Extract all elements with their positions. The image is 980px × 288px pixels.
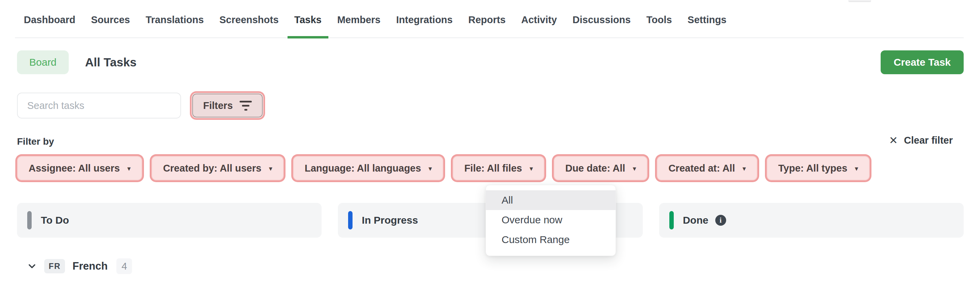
due-date-dropdown-menu: All Overdue now Custom Range	[485, 185, 616, 256]
filters-button-label: Filters	[203, 100, 233, 111]
status-color-bar	[669, 211, 674, 229]
language-group-row[interactable]: FR French 4	[27, 258, 132, 274]
chevron-down-icon: ▾	[743, 164, 746, 173]
chevron-down-icon: ▾	[855, 164, 858, 173]
menu-item-all[interactable]: All	[486, 190, 616, 210]
chip-label: Due date: All	[565, 163, 625, 174]
chevron-down-icon: ▾	[127, 164, 130, 173]
nav-item-activity[interactable]: Activity	[514, 2, 564, 38]
nav-item-screenshots[interactable]: Screenshots	[213, 2, 285, 38]
column-title: Done	[683, 215, 708, 226]
create-task-button[interactable]: Create Task	[881, 50, 964, 74]
chip-label: Created at: All	[668, 163, 735, 174]
chip-label: File: All files	[464, 163, 522, 174]
filter-chips-row: Assignee: All users ▾ Created by: All us…	[17, 156, 870, 180]
filter-chip-created-at[interactable]: Created at: All ▾	[657, 156, 757, 180]
menu-item-custom-range[interactable]: Custom Range	[486, 230, 616, 250]
language-name: French	[73, 260, 108, 272]
tasks-page: Dashboard Sources Translations Screensho…	[0, 0, 980, 288]
chevron-down-icon: ▾	[428, 164, 432, 173]
close-icon: ✕	[889, 135, 898, 146]
chevron-down-icon[interactable]	[27, 261, 37, 271]
filters-button[interactable]: Filters	[192, 94, 263, 118]
chip-label: Created by: All users	[163, 163, 261, 174]
chip-label: Language: All languages	[305, 163, 421, 174]
nav-item-tasks[interactable]: Tasks	[288, 2, 328, 38]
search-input[interactable]	[17, 92, 181, 118]
column-header-done: Done i	[659, 203, 964, 238]
menu-item-overdue-now[interactable]: Overdue now	[486, 210, 616, 230]
chevron-down-icon: ▾	[633, 164, 636, 173]
status-color-bar	[348, 211, 353, 229]
nav-item-discussions[interactable]: Discussions	[566, 2, 638, 38]
nav-item-members[interactable]: Members	[331, 2, 387, 38]
clear-filter-button[interactable]: ✕ Clear filter	[889, 135, 953, 146]
filter-chip-type[interactable]: Type: All types ▾	[767, 156, 870, 180]
filter-chip-file[interactable]: File: All files ▾	[453, 156, 544, 180]
search-row: Filters	[17, 92, 263, 118]
task-count-badge: 4	[116, 258, 132, 274]
column-title: To Do	[41, 215, 69, 226]
nav-item-tools[interactable]: Tools	[640, 2, 679, 38]
filter-chip-language[interactable]: Language: All languages ▾	[293, 156, 443, 180]
board-view-toggle[interactable]: Board	[17, 50, 69, 74]
language-code-badge: FR	[44, 259, 65, 274]
nav-item-integrations[interactable]: Integrations	[389, 2, 460, 38]
chip-label: Assignee: All users	[29, 163, 120, 174]
filter-chip-due-date[interactable]: Due date: All ▾	[554, 156, 648, 180]
nav-item-settings[interactable]: Settings	[681, 2, 733, 38]
nav-item-dashboard[interactable]: Dashboard	[17, 2, 82, 38]
filter-chip-created-by[interactable]: Created by: All users ▾	[151, 156, 284, 180]
filter-by-label: Filter by	[17, 136, 54, 147]
page-title: All Tasks	[85, 56, 137, 69]
clear-filter-label: Clear filter	[904, 135, 953, 146]
column-header-todo: To Do	[17, 203, 321, 238]
toolbar: Board All Tasks Create Task	[17, 50, 964, 74]
filter-lines-icon	[240, 101, 252, 111]
info-icon[interactable]: i	[715, 215, 726, 226]
chevron-down-icon: ▾	[530, 164, 533, 173]
nav-item-reports[interactable]: Reports	[461, 2, 512, 38]
column-title: In Progress	[362, 215, 418, 226]
filter-chip-assignee[interactable]: Assignee: All users ▾	[17, 156, 142, 180]
chip-label: Type: All types	[778, 163, 847, 174]
chevron-down-icon: ▾	[269, 164, 272, 173]
top-nav: Dashboard Sources Translations Screensho…	[15, 0, 964, 38]
nav-item-sources[interactable]: Sources	[84, 2, 137, 38]
status-color-bar	[27, 211, 32, 229]
nav-item-translations[interactable]: Translations	[139, 2, 211, 38]
